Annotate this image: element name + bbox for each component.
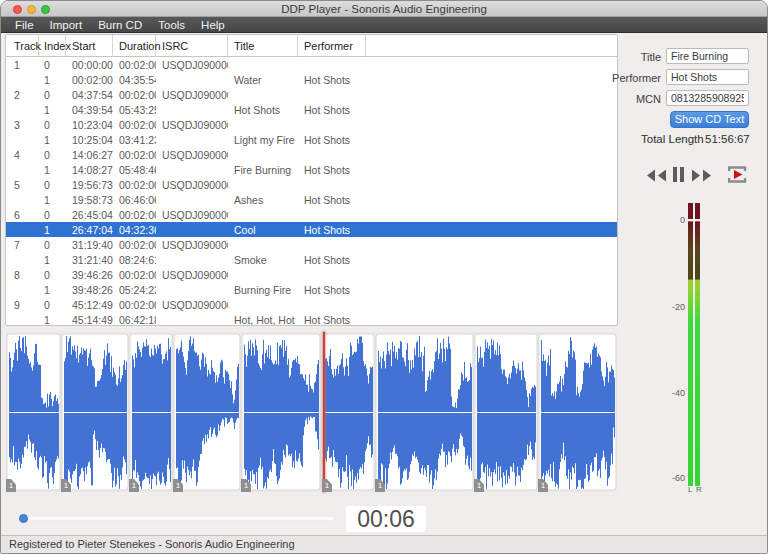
title-field[interactable] xyxy=(666,48,749,64)
table-row[interactable]: 9045:12:4900:02:00USQDJ0900009 xyxy=(6,297,617,312)
title-field-label: Title xyxy=(601,51,661,63)
col-header-title[interactable]: Title xyxy=(228,35,298,57)
meter-channel-right-label: R xyxy=(696,485,702,494)
meter-tick-0: 0 xyxy=(659,215,685,225)
menu-burn-cd[interactable]: Burn CD xyxy=(90,19,150,31)
play-selection-button[interactable] xyxy=(728,166,747,187)
table-header: Track Index Start Duration ISRC Title Pe… xyxy=(6,35,617,57)
table-row[interactable]: 7031:19:4000:02:00USQDJ0900007 xyxy=(6,237,617,252)
table-row[interactable]: 139:48:2605:24:23Burning FireHot Shots xyxy=(6,282,617,297)
meter-tick-40: -40 xyxy=(659,388,685,398)
title-bar[interactable]: DDP Player - Sonoris Audio Engineering xyxy=(1,1,767,17)
col-header-duration[interactable]: Duration xyxy=(113,35,156,57)
meter-tick-60: -60 xyxy=(659,473,685,483)
table-row[interactable]: 2004:37:5400:02:00USQDJ0900002 xyxy=(6,87,617,102)
total-length-label: Total Length xyxy=(641,133,704,145)
play-selection-icon xyxy=(728,166,747,183)
mcn-field-label: MCN xyxy=(601,93,661,105)
col-header-filler xyxy=(366,35,617,57)
menu-import[interactable]: Import xyxy=(42,19,91,31)
col-header-isrc[interactable]: ISRC xyxy=(156,35,228,57)
time-display: 00:06 xyxy=(346,506,426,532)
performer-field[interactable] xyxy=(666,69,749,85)
status-bar: Registered to Pieter Stenekes - Sonoris … xyxy=(1,535,767,553)
menu-help[interactable]: Help xyxy=(193,19,233,31)
table-row[interactable]: 1000:00:0000:02:00USQDJ0900001 xyxy=(6,57,617,72)
table-row[interactable]: 100:02:0004:35:54WaterHot Shots xyxy=(6,72,617,87)
table-row[interactable]: 3010:23:0400:02:00USQDJ0900003 xyxy=(6,117,617,132)
pause-button[interactable] xyxy=(673,167,685,186)
table-row[interactable]: 114:08:2705:48:46Fire BurningHot Shots xyxy=(6,162,617,177)
col-header-track[interactable]: Track xyxy=(6,35,39,57)
table-row[interactable]: 119:58:7306:46:06AshesHot Shots xyxy=(6,192,617,207)
menu-bar: File Import Burn CD Tools Help xyxy=(1,17,767,33)
table-row[interactable]: 110:25:0403:41:23Light my FireHot Shots xyxy=(6,132,617,147)
level-meter-right xyxy=(695,203,700,486)
waveform-canvas[interactable] xyxy=(6,332,617,492)
fast-forward-button[interactable] xyxy=(691,168,713,186)
track-table: Track Index Start Duration ISRC Title Pe… xyxy=(5,34,618,326)
app-window: DDP Player - Sonoris Audio Engineering F… xyxy=(0,0,768,554)
mcn-field[interactable] xyxy=(666,90,749,106)
level-meter-left xyxy=(688,203,693,486)
waveform-panel: 111111111 xyxy=(5,332,618,498)
fast-forward-icon xyxy=(691,169,713,182)
table-row[interactable]: 131:21:4008:24:61SmokeHot Shots xyxy=(6,252,617,267)
menu-file[interactable]: File xyxy=(7,19,42,31)
performer-field-label: Performer xyxy=(601,72,661,84)
table-row[interactable]: 104:39:5405:43:25Hot ShotsHot Shots xyxy=(6,102,617,117)
seek-slider-track[interactable] xyxy=(26,517,334,520)
table-row[interactable]: 6026:45:0400:02:00USQDJ0900006 xyxy=(6,207,617,222)
table-row[interactable]: 8039:46:2600:02:00USQDJ0900008 xyxy=(6,267,617,282)
registration-text: Registered to Pieter Stenekes - Sonoris … xyxy=(9,538,295,550)
col-header-index[interactable]: Index xyxy=(39,35,66,57)
total-length-value: 51:56:67 xyxy=(705,133,750,145)
rewind-icon xyxy=(645,169,667,182)
table-row[interactable]: 4014:06:2700:02:00USQDJ0900004 xyxy=(6,147,617,162)
track-table-body: 1000:00:0000:02:00USQDJ0900001100:02:000… xyxy=(6,57,617,326)
playback-cursor xyxy=(323,332,325,492)
seek-slider-handle[interactable] xyxy=(19,514,28,523)
pause-icon xyxy=(673,167,685,182)
col-header-performer[interactable]: Performer xyxy=(298,35,366,57)
table-row[interactable]: 145:14:4906:42:18Hot, Hot, HotHot Shots xyxy=(6,312,617,326)
col-header-start[interactable]: Start xyxy=(66,35,113,57)
show-cd-text-button[interactable]: Show CD Text xyxy=(670,111,749,128)
meter-channel-left-label: L xyxy=(688,485,692,494)
meter-tick-20: -20 xyxy=(659,302,685,312)
rewind-button[interactable] xyxy=(645,168,667,186)
menu-tools[interactable]: Tools xyxy=(150,19,193,31)
table-row[interactable]: 5019:56:7300:02:00USQDJ0900005 xyxy=(6,177,617,192)
window-title: DDP Player - Sonoris Audio Engineering xyxy=(1,3,767,15)
table-row[interactable]: 126:47:0404:32:36CoolHot Shots xyxy=(6,222,617,237)
